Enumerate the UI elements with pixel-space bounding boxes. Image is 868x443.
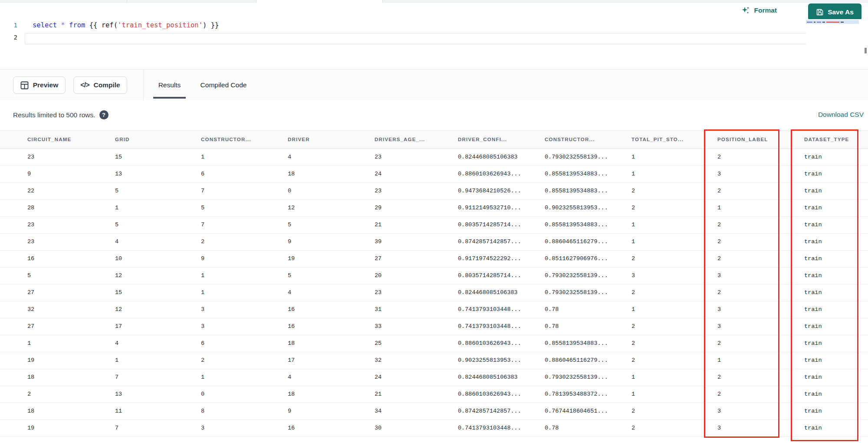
cell-grid: 10	[115, 251, 201, 267]
cell-circuit-name: 19	[27, 420, 115, 436]
minimap-code-mark	[807, 22, 812, 23]
cell-total-pit-stops: 3	[631, 268, 717, 284]
cell-position-label: 2	[717, 251, 804, 267]
table-row[interactable]: 19 7 3 16 30 0.7413793103448... 0.78 2 3…	[0, 420, 868, 437]
cell-driver-confidence: 0.8035714285714...	[458, 217, 545, 233]
cell-constructor: 8	[201, 403, 288, 420]
cell-driver-confidence: 0.8035714285714...	[458, 268, 545, 284]
cell-position-label: 2	[717, 183, 804, 199]
column-header[interactable]: CONSTRUCTOR...	[201, 131, 288, 149]
cell-driver: 18	[288, 166, 375, 182]
table-row[interactable]: 27 17 3 16 33 0.7413793103448... 0.78 2 …	[0, 318, 868, 335]
format-sparkles-icon	[741, 6, 750, 15]
tab-results[interactable]: Results	[153, 69, 186, 100]
table-row[interactable]: 18 7 1 4 24 0.824468085106383 0.79302325…	[0, 369, 868, 386]
cell-grid: 1	[115, 200, 201, 216]
cell-constructor: 6	[201, 335, 288, 352]
code-token	[65, 21, 69, 29]
editor-scrollbar-thumb[interactable]	[865, 48, 867, 53]
cell-drivers-age: 21	[375, 386, 458, 403]
column-header[interactable]: CIRCUIT_NAME	[27, 131, 115, 149]
save-as-button[interactable]: Save As	[808, 3, 861, 21]
column-header[interactable]: GRID	[115, 131, 201, 149]
column-header[interactable]: DATASET_TYPE	[804, 131, 868, 149]
table-row[interactable]: 22 5 7 0 23 0.9473684210526... 0.8558139…	[0, 183, 868, 200]
cell-dataset-type: train	[804, 200, 868, 216]
code-token: *	[61, 21, 65, 29]
cell-constructor-confidence: 0.7813953488372...	[545, 386, 631, 403]
preview-label: Preview	[33, 81, 59, 89]
table-row[interactable]: 23 4 2 9 39 0.8742857142857... 0.8860465…	[0, 234, 868, 251]
cell-dataset-type: train	[804, 386, 868, 403]
cell-dataset-type: train	[804, 284, 868, 301]
cell-constructor: 7	[201, 183, 288, 199]
current-line-highlight[interactable]	[25, 33, 850, 44]
help-icon[interactable]: ?	[99, 110, 108, 119]
cell-dataset-type: train	[804, 166, 868, 182]
table-row[interactable]: 28 1 5 12 29 0.9112149532710... 0.902325…	[0, 200, 868, 217]
table-row[interactable]: 23 15 1 4 23 0.824468085106383 0.7930232…	[0, 149, 868, 166]
cell-constructor-confidence: 0.7674418604651...	[545, 403, 631, 420]
results-info-row: Results limited to 500 rows. ? Download …	[0, 100, 868, 130]
cell-grid: 15	[115, 149, 201, 165]
sql-editor-panel: Format Save As 1 2 select * from {{ ref(…	[0, 3, 868, 69]
cell-circuit-name: 1	[27, 335, 115, 352]
cell-circuit-name: 23	[27, 217, 115, 233]
cell-constructor: 7	[201, 217, 288, 233]
format-label: Format	[754, 7, 777, 14]
tab-compiled-code[interactable]: Compiled Code	[200, 69, 247, 100]
download-csv-link[interactable]: Download CSV	[818, 111, 864, 119]
column-header[interactable]: DRIVER_CONFI...	[458, 131, 545, 149]
results-limit-note: Results limited to 500 rows. ?	[13, 110, 108, 119]
column-header[interactable]: DRIVERS_AGE_...	[375, 131, 458, 149]
cell-dataset-type: train	[804, 335, 868, 352]
cell-dataset-type: train	[804, 403, 868, 420]
cell-dataset-type: train	[804, 420, 868, 436]
cell-total-pit-stops: 1	[631, 234, 717, 250]
code-line-1[interactable]: select * from {{ ref('train_test_positio…	[33, 21, 219, 29]
table-row[interactable]: 16 10 9 19 27 0.9171974522292... 0.85116…	[0, 251, 868, 268]
minimap-viewport	[806, 20, 859, 24]
preview-button[interactable]: Preview	[13, 76, 66, 94]
table-row[interactable]: 9 13 6 18 24 0.8860103626943... 0.855813…	[0, 166, 868, 183]
cell-driver: 17	[288, 352, 375, 369]
cell-driver-confidence: 0.824468085106383	[458, 284, 545, 301]
table-row[interactable]: 2 13 0 18 21 0.8860103626943... 0.781395…	[0, 386, 868, 403]
cell-drivers-age: 39	[375, 234, 458, 250]
cell-position-label: 2	[717, 335, 804, 352]
cell-position-label: 3	[717, 420, 804, 436]
cell-total-pit-stops: 2	[631, 318, 717, 335]
cell-driver-confidence: 0.9112149532710...	[458, 200, 545, 216]
cell-driver-confidence: 0.8742857142857...	[458, 403, 545, 420]
column-header[interactable]: DRIVER	[288, 131, 375, 149]
compile-button[interactable]: </> Compile	[73, 76, 127, 94]
column-header[interactable]: POSITION_LABEL	[717, 131, 804, 149]
results-table: CIRCUIT_NAMEGRIDCONSTRUCTOR...DRIVERDRIV…	[0, 130, 868, 437]
cell-position-label: 2	[717, 284, 804, 301]
column-header[interactable]: TOTAL_PIT_STO...	[631, 131, 717, 149]
table-row[interactable]: 19 1 2 17 32 0.9023255813953... 0.886046…	[0, 352, 868, 369]
table-row[interactable]: 5 12 1 5 20 0.8035714285714... 0.7930232…	[0, 268, 868, 284]
cell-circuit-name: 18	[27, 369, 115, 386]
cell-dataset-type: train	[804, 352, 868, 369]
table-row[interactable]: 23 5 7 5 21 0.8035714285714... 0.8558139…	[0, 217, 868, 234]
format-button[interactable]: Format	[741, 6, 777, 15]
cell-circuit-name: 23	[27, 234, 115, 250]
table-row[interactable]: 27 15 1 4 23 0.824468085106383 0.7930232…	[0, 284, 868, 301]
table-row[interactable]: 32 12 3 16 31 0.7413793103448... 0.78 1 …	[0, 301, 868, 318]
cell-total-pit-stops: 2	[631, 200, 717, 216]
cell-drivers-age: 23	[375, 183, 458, 199]
cell-dataset-type: train	[804, 251, 868, 267]
table-row[interactable]: 1 4 6 18 25 0.8860103626943... 0.8558139…	[0, 335, 868, 352]
cell-dataset-type: train	[804, 183, 868, 199]
column-header[interactable]: CONSTRUCTOR...	[545, 131, 631, 149]
cell-position-label: 2	[717, 369, 804, 386]
cell-constructor: 0	[201, 386, 288, 403]
editor-minimap[interactable]	[806, 19, 861, 50]
cell-grid: 13	[115, 166, 201, 182]
cell-grid: 17	[115, 318, 201, 335]
cell-drivers-age: 20	[375, 268, 458, 284]
cell-position-label: 3	[717, 268, 804, 284]
table-row[interactable]: 18 11 8 9 34 0.8742857142857... 0.767441…	[0, 403, 868, 420]
cell-driver: 16	[288, 318, 375, 335]
